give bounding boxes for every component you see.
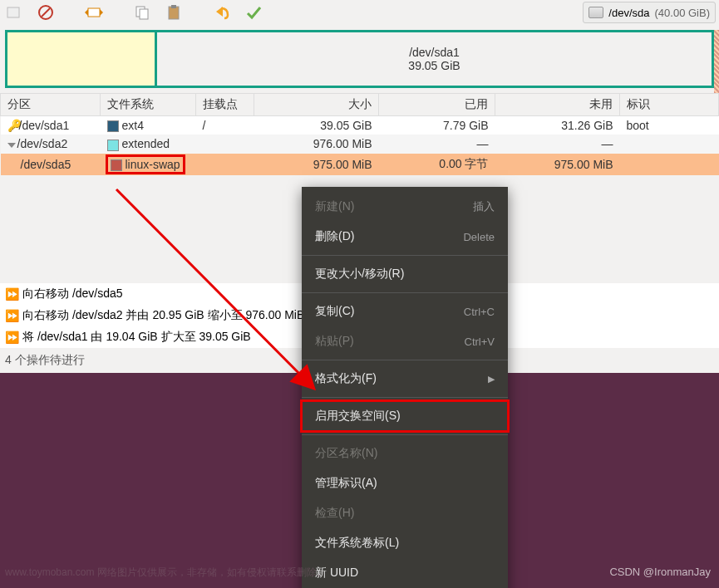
partition-main[interactable]: /dev/sda1 39.05 GiB bbox=[157, 32, 712, 86]
menu-manage-flags[interactable]: 管理标识(A) bbox=[302, 468, 508, 498]
col-flags[interactable]: 标识 bbox=[620, 94, 719, 116]
device-label: /dev/sda bbox=[608, 7, 649, 19]
svg-rect-3 bbox=[88, 8, 100, 17]
menu-partition-name: 分区名称(N) bbox=[302, 439, 508, 468]
cell-size: 975.00 MiB bbox=[254, 154, 379, 175]
op-text: 将 /dev/sda1 由 19.04 GiB 扩大至 39.05 GiB bbox=[22, 330, 251, 345]
table-row[interactable]: 🔑/dev/sda1 ext4 / 39.05 GiB 7.79 GiB 31.… bbox=[1, 116, 719, 135]
paste-button[interactable] bbox=[163, 2, 185, 23]
col-unused[interactable]: 未用 bbox=[495, 94, 620, 116]
svg-line-2 bbox=[42, 8, 50, 17]
apply-button[interactable] bbox=[243, 2, 264, 23]
cell-name: /dev/sda2 bbox=[17, 137, 68, 150]
fs-swatch-icon bbox=[107, 140, 119, 151]
toolbar: /dev/sda (40.00 GiB) bbox=[0, 0, 719, 25]
col-used[interactable]: 已用 bbox=[379, 94, 495, 116]
menu-separator bbox=[302, 292, 508, 293]
cell-fs: extended bbox=[122, 137, 170, 150]
move-icon: ⏩ bbox=[5, 287, 19, 301]
cell-unused: 975.00 MiB bbox=[495, 154, 620, 175]
cell-unused: 31.26 GiB bbox=[495, 116, 620, 135]
menu-uuid[interactable]: 新 UUID bbox=[302, 558, 508, 588]
cell-name: /dev/sda1 bbox=[19, 119, 70, 132]
op-text: 向右移动 /dev/sda5 bbox=[22, 287, 123, 301]
cell-flags: boot bbox=[620, 116, 719, 135]
partition-used-area[interactable] bbox=[7, 32, 157, 86]
fs-swatch-icon bbox=[111, 159, 122, 171]
drive-icon bbox=[588, 7, 603, 18]
copy-button[interactable] bbox=[131, 2, 153, 23]
move-icon: ⏩ bbox=[5, 331, 19, 344]
partition-main-name: /dev/sda1 bbox=[409, 46, 460, 59]
svg-rect-6 bbox=[169, 7, 179, 19]
cell-mount bbox=[196, 135, 254, 153]
expand-icon[interactable] bbox=[7, 143, 16, 148]
table-row-selected[interactable]: /dev/sda5 linux-swap 975.00 MiB 0.00 字节 … bbox=[1, 154, 719, 175]
cell-mount bbox=[196, 154, 254, 175]
menu-copy[interactable]: 复制(C)Ctrl+C bbox=[302, 296, 508, 326]
resize-button[interactable] bbox=[83, 2, 105, 23]
new-partition-button[interactable] bbox=[3, 2, 25, 23]
cell-mount: / bbox=[196, 116, 254, 135]
cell-fs: ext4 bbox=[122, 119, 144, 132]
col-partition[interactable]: 分区 bbox=[1, 94, 101, 116]
cell-flags bbox=[620, 135, 719, 153]
svg-rect-5 bbox=[140, 9, 148, 19]
menu-format[interactable]: 格式化为(F)▶ bbox=[302, 364, 508, 394]
context-menu: 新建(N)插入 删除(D)Delete 更改大小/移动(R) 复制(C)Ctrl… bbox=[302, 187, 508, 588]
menu-separator bbox=[302, 434, 508, 435]
cell-size: 976.00 MiB bbox=[254, 135, 379, 153]
menu-new: 新建(N)插入 bbox=[302, 192, 508, 222]
menu-separator bbox=[302, 255, 508, 256]
menu-delete[interactable]: 删除(D)Delete bbox=[302, 222, 508, 252]
lock-icon: 🔑 bbox=[7, 119, 19, 132]
menu-resize[interactable]: 更改大小/移动(R) bbox=[302, 259, 508, 289]
undo-button[interactable] bbox=[211, 2, 233, 23]
partition-table: 分区 文件系统 挂载点 大小 已用 未用 标识 🔑/dev/sda1 ext4 … bbox=[0, 93, 719, 175]
menu-swapon[interactable]: 启用交换空间(S) bbox=[302, 401, 508, 431]
delete-button[interactable] bbox=[35, 2, 57, 23]
menu-separator bbox=[302, 360, 508, 360]
watermark-left: www.toymoban.com 网络图片仅供展示，非存储，如有侵权请联系删除。 bbox=[5, 566, 327, 580]
menu-separator bbox=[302, 397, 508, 398]
table-row[interactable]: /dev/sda2 extended 976.00 MiB — — bbox=[1, 135, 719, 153]
cell-flags bbox=[620, 154, 719, 175]
menu-paste: 粘贴(P)Ctrl+V bbox=[302, 326, 508, 356]
partition-main-size: 39.05 GiB bbox=[408, 59, 460, 72]
submenu-arrow-icon: ▶ bbox=[488, 374, 495, 385]
clipped-edge bbox=[714, 30, 719, 93]
col-size[interactable]: 大小 bbox=[254, 94, 379, 116]
menu-check: 检查(H) bbox=[302, 498, 508, 528]
device-size: (40.00 GiB) bbox=[655, 7, 710, 19]
col-mount[interactable]: 挂载点 bbox=[196, 94, 254, 116]
svg-rect-7 bbox=[171, 5, 176, 8]
move-icon: ⏩ bbox=[5, 309, 19, 322]
col-fs[interactable]: 文件系统 bbox=[101, 94, 196, 116]
svg-rect-0 bbox=[7, 7, 19, 17]
cell-size: 39.05 GiB bbox=[254, 116, 379, 135]
fs-swatch-icon bbox=[107, 120, 119, 132]
menu-label[interactable]: 文件系统卷标(L) bbox=[302, 528, 508, 558]
cell-unused: — bbox=[495, 135, 620, 153]
watermark-right: CSDN @IronmanJay bbox=[609, 566, 711, 578]
cell-used: — bbox=[379, 135, 495, 153]
cell-used: 0.00 字节 bbox=[379, 154, 495, 175]
cell-name: /dev/sda5 bbox=[21, 158, 71, 171]
cell-used: 7.79 GiB bbox=[379, 116, 495, 135]
op-text: 向右移动 /dev/sda2 并由 20.95 GiB 缩小至 976.00 M… bbox=[22, 308, 304, 323]
cell-fs: linux-swap bbox=[126, 158, 180, 171]
device-selector[interactable]: /dev/sda (40.00 GiB) bbox=[583, 2, 716, 23]
partition-bar: /dev/sda1 39.05 GiB bbox=[0, 25, 719, 93]
